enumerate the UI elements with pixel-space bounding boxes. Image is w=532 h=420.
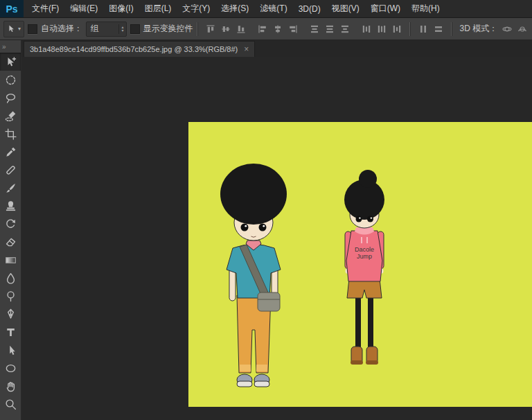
align-top-edges-button[interactable] [204, 22, 218, 36]
distribute-right-edges-icon [392, 24, 402, 34]
align-vertical-centers-button[interactable] [219, 22, 233, 36]
clone-stamp-tool-icon [5, 200, 17, 212]
crop-tool[interactable] [0, 125, 21, 143]
pen-tool[interactable] [0, 305, 21, 323]
quick-selection-tool[interactable] [0, 107, 21, 125]
distribute-horizontal-centers-button[interactable] [375, 22, 389, 36]
auto-select-label: 自动选择： [41, 23, 82, 35]
document-area: 3b1a48e89ce14cd99ffbd536b7cb625e.jpg @ 3… [21, 40, 532, 420]
distribute-vertical-spacing-button[interactable] [432, 22, 445, 36]
tab-close-button[interactable]: × [244, 44, 249, 54]
auto-select-target-value: 组 [91, 23, 99, 35]
history-brush-tool[interactable] [0, 215, 21, 233]
blur-tool[interactable] [0, 269, 21, 287]
tool-preset-picker[interactable]: ▾ [3, 21, 24, 37]
menu-edit[interactable]: 编辑(E) [64, 0, 103, 17]
shape-tool-icon [5, 362, 17, 374]
dropdown-spinner-icon[interactable]: ▴ ▾ [118, 24, 125, 34]
path-selection-tool-icon [5, 344, 17, 356]
toolbar: » [0, 40, 21, 420]
options-bar: ▾ 自动选择： 组 ▴ ▾ 显示变换控件 [0, 18, 532, 40]
document-tab-bar: 3b1a48e89ce14cd99ffbd536b7cb625e.jpg @ 3… [21, 40, 532, 57]
spacing-group [416, 22, 445, 36]
type-tool[interactable] [0, 323, 21, 341]
align-bottom-edges-button[interactable] [234, 22, 248, 36]
options-separator [409, 22, 411, 36]
options-separator [197, 22, 198, 36]
photoshop-window: Ps 文件(F) 编辑(E) 图像(I) 图层(L) 文字(Y) 选择(S) 滤… [0, 0, 532, 420]
menu-type[interactable]: 文字(Y) [177, 0, 215, 17]
menu-select[interactable]: 选择(S) [215, 0, 254, 17]
auto-select-checkbox[interactable] [28, 24, 37, 34]
3d-roll-mode-icon [517, 24, 527, 34]
menu-file[interactable]: 文件(F) [26, 0, 64, 17]
3d-rotate-mode-button[interactable] [501, 22, 513, 36]
distribute-vertical-centers-icon [325, 24, 335, 34]
brush-tool-icon [5, 182, 17, 194]
move-tool[interactable] [0, 53, 21, 71]
canvas-area[interactable]: Dacole Jump [21, 57, 532, 420]
menu-filter[interactable]: 滤镜(T) [254, 0, 292, 17]
blur-tool-icon [5, 272, 17, 284]
eyedropper-tool-icon [5, 146, 17, 158]
document-tab-title: 3b1a48e89ce14cd99ffbd536b7cb625e.jpg @ 3… [30, 45, 238, 53]
dodge-tool[interactable] [0, 287, 21, 305]
healing-brush-tool[interactable] [0, 161, 21, 179]
dodge-tool-icon [5, 290, 17, 302]
clone-stamp-tool[interactable] [0, 197, 21, 215]
distribute-vertical-group [308, 22, 352, 36]
document-tab[interactable]: 3b1a48e89ce14cd99ffbd536b7cb625e.jpg @ 3… [24, 41, 255, 57]
lasso-tool[interactable] [0, 89, 21, 107]
move-tool-icon [7, 24, 16, 33]
shape-tool[interactable] [0, 359, 21, 377]
distribute-horizontal-spacing-icon [418, 24, 428, 34]
menu-layer[interactable]: 图层(L) [139, 0, 177, 17]
show-transform-checkbox[interactable] [130, 24, 140, 34]
quick-selection-tool-icon [5, 110, 17, 122]
brush-tool[interactable] [0, 179, 21, 197]
menu-image[interactable]: 图像(I) [103, 0, 139, 17]
toolbar-collapse-button[interactable]: » [0, 40, 21, 53]
align-horizontal-group [256, 22, 300, 36]
align-right-edges-icon [288, 24, 298, 34]
distribute-bottom-edges-icon [340, 24, 350, 34]
menu-window[interactable]: 窗口(W) [365, 0, 406, 17]
3d-roll-mode-button[interactable] [517, 22, 529, 36]
distribute-left-edges-button[interactable] [360, 22, 373, 36]
pen-tool-icon [5, 308, 17, 320]
path-selection-tool[interactable] [0, 341, 21, 359]
document-image[interactable]: Dacole Jump [188, 122, 532, 407]
auto-select-target-dropdown[interactable]: 组 ▴ ▾ [86, 21, 126, 37]
menu-3d[interactable]: 3D(D) [293, 0, 326, 17]
elliptical-marquee-tool[interactable] [0, 71, 21, 89]
hand-tool[interactable] [0, 377, 21, 395]
move-tool-icon [5, 56, 17, 68]
menu-help[interactable]: 帮助(H) [406, 0, 445, 17]
hoodie-text-line2: Jump [357, 253, 372, 260]
distribute-horizontal-centers-icon [377, 24, 387, 34]
align-horizontal-centers-button[interactable] [271, 22, 285, 36]
type-tool-icon [5, 326, 17, 338]
distribute-top-edges-button[interactable] [308, 22, 321, 36]
hand-tool-icon [5, 380, 17, 392]
mode-3d-label: 3D 模式： [460, 23, 498, 35]
history-brush-tool-icon [5, 218, 17, 230]
align-left-edges-button[interactable] [256, 22, 269, 36]
elliptical-marquee-tool-icon [5, 74, 17, 86]
distribute-horizontal-spacing-button[interactable] [416, 22, 430, 36]
menu-view[interactable]: 视图(V) [326, 0, 365, 17]
distribute-horizontal-group [360, 22, 404, 36]
distribute-right-edges-button[interactable] [390, 22, 404, 36]
distribute-vertical-centers-button[interactable] [323, 22, 337, 36]
distribute-bottom-edges-button[interactable] [338, 22, 352, 36]
app-logo: Ps [0, 0, 24, 17]
healing-brush-tool-icon [5, 164, 17, 176]
align-right-edges-button[interactable] [286, 22, 300, 36]
hoodie-text-line1: Dacole [355, 246, 374, 253]
align-horizontal-centers-icon [273, 24, 283, 34]
eraser-tool[interactable] [0, 233, 21, 251]
zoom-tool[interactable] [0, 395, 21, 413]
gradient-tool[interactable] [0, 251, 21, 269]
main-area: » [0, 40, 532, 420]
eyedropper-tool[interactable] [0, 143, 21, 161]
